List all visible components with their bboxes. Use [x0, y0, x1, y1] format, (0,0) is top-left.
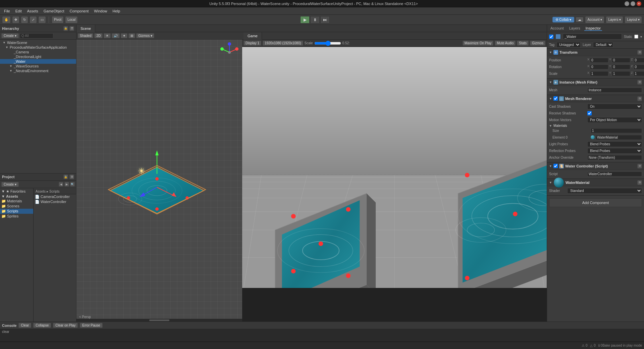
static-arrow[interactable]: ▾	[640, 35, 642, 39]
tab-scene[interactable]: Scene	[76, 25, 95, 32]
water-material-settings-btn[interactable]: ⚙	[637, 180, 642, 185]
rotate-tool-button[interactable]: ↻	[21, 16, 28, 23]
project-search-button[interactable]: 🔍	[70, 182, 75, 187]
minimize-button[interactable]: ─	[625, 1, 629, 6]
play-button[interactable]: ▶	[300, 16, 310, 23]
water-controller-settings-btn[interactable]: ⚙	[637, 164, 642, 168]
position-z-input[interactable]	[634, 58, 644, 63]
project-assets-root[interactable]: ▼ Assets	[0, 194, 33, 199]
tree-item-application[interactable]: ▼ ProcedualWaterSurfaceApplication	[0, 45, 76, 50]
project-script-camera[interactable]: 📄 CameraController	[34, 194, 76, 199]
object-enabled-checkbox[interactable]	[549, 35, 553, 39]
layer-select[interactable]: Default	[593, 42, 613, 48]
pause-button[interactable]: ⏸	[310, 16, 320, 23]
mute-audio-btn[interactable]: Mute Audio	[495, 41, 516, 46]
menu-gameobject[interactable]: GameObject	[41, 8, 67, 14]
hierarchy-search-input[interactable]	[20, 33, 53, 39]
anchor-override-input[interactable]	[587, 155, 642, 160]
tab-game[interactable]: Game	[244, 32, 262, 40]
reflection-probes-select[interactable]: Blend Probes Off Blend Probes and Skybox…	[587, 148, 642, 154]
console-error-pause-btn[interactable]: Error Pause	[80, 323, 102, 328]
materials-size-input[interactable]	[591, 128, 642, 133]
game-resolution-btn[interactable]: 1920x1080 (1920x1080)	[263, 41, 303, 46]
scale-tool-button[interactable]: ⤢	[30, 16, 37, 23]
project-script-water[interactable]: 📄 WaterController	[34, 199, 76, 204]
light-probes-select[interactable]: Blend Probes Off Use Proxy Volume Custom…	[587, 141, 642, 147]
shader-select[interactable]: Standard Unlit/Color Particles/Additive	[567, 188, 642, 194]
water-controller-header[interactable]: ▼ 📜 Water Controller (Script) ⚙	[547, 162, 644, 170]
collab-button[interactable]: ⚙ Collab ▾	[552, 17, 575, 22]
game-display-btn[interactable]: Display 1	[244, 41, 261, 46]
hierarchy-lock-button[interactable]: 🔒	[63, 26, 68, 31]
layout-button[interactable]: Layout ▾	[625, 16, 642, 23]
project-folder-sprites[interactable]: 📁 Sprites	[0, 214, 33, 219]
project-back-button[interactable]: ◀	[59, 182, 63, 187]
water-material-header[interactable]: ▼ WaterMaterial ⚙	[547, 179, 644, 186]
tree-item-waterscene[interactable]: ▼ WaterScene	[0, 40, 76, 45]
tree-item-water[interactable]: _Water	[0, 59, 76, 64]
project-lock-button[interactable]: 🔒	[63, 174, 68, 179]
object-color-swatch[interactable]	[555, 34, 561, 39]
menu-file[interactable]: File	[1, 8, 13, 14]
tree-item-dirlight[interactable]: _DirectionalLight	[0, 54, 76, 59]
tab-layers[interactable]: Layers	[568, 26, 582, 31]
position-x-input[interactable]	[590, 58, 608, 63]
project-folder-scenes[interactable]: 📁 Scenes	[0, 204, 33, 209]
close-button[interactable]: ✕	[637, 1, 641, 6]
scene-light-btn[interactable]: ☀	[104, 33, 111, 38]
rotation-x-input[interactable]	[590, 64, 608, 69]
rotation-y-input[interactable]	[612, 64, 630, 69]
mesh-renderer-header[interactable]: ▼ ◫ Mesh Renderer ⚙	[547, 95, 644, 102]
scene-scrollbar-h[interactable]	[76, 319, 242, 321]
scale-z-input[interactable]	[634, 71, 644, 76]
project-create-button[interactable]: Create ▾	[1, 182, 19, 187]
tree-item-neutral[interactable]: ▼ _NeutralEnvironment	[0, 68, 76, 73]
move-tool-button[interactable]: ✥	[12, 16, 19, 23]
game-gizmos-btn[interactable]: Gizmos	[530, 41, 545, 46]
console-clear-btn[interactable]: Clear	[18, 323, 31, 328]
scene-shaded-btn[interactable]: Shaded	[78, 33, 93, 38]
tree-item-wavesources[interactable]: ▼ _WaveSources	[0, 64, 76, 68]
scene-fx-btn[interactable]: ✦	[121, 33, 127, 38]
object-name-input[interactable]	[563, 34, 622, 40]
tree-item-camera[interactable]: _Camera	[0, 50, 76, 54]
game-scale-slider[interactable]	[314, 41, 341, 46]
step-button[interactable]: ⏭	[320, 16, 330, 23]
maximize-button[interactable]: □	[631, 1, 635, 6]
tab-inspector[interactable]: Inspector	[584, 26, 602, 31]
console-collapse-btn[interactable]: Collapse	[33, 323, 51, 328]
tag-select[interactable]: Untagged	[556, 42, 581, 48]
menu-assets[interactable]: Assets	[24, 8, 41, 14]
layers-button[interactable]: Layers ▾	[606, 16, 623, 23]
static-checkbox[interactable]	[634, 35, 638, 39]
mesh-filter-settings-btn[interactable]: ⚙	[637, 80, 642, 85]
scale-y-input[interactable]	[612, 71, 630, 76]
scene-canvas[interactable]: ☀	[76, 40, 242, 321]
cast-shadows-select[interactable]: On Off Two Sided Shadows Only	[587, 104, 642, 109]
mesh-renderer-settings-btn[interactable]: ⚙	[637, 96, 642, 101]
script-value-input[interactable]	[587, 171, 642, 177]
element0-input[interactable]	[596, 135, 642, 140]
pivot-button[interactable]: Pivot	[52, 16, 64, 23]
scene-2d-btn[interactable]: 2D	[94, 33, 103, 38]
mesh-value-input[interactable]	[587, 88, 642, 93]
materials-foldout-header[interactable]: ▼ Materials	[549, 124, 642, 128]
project-folder-scripts[interactable]: 📁 Scripts	[0, 209, 33, 214]
menu-component[interactable]: Component	[67, 8, 91, 14]
add-component-button[interactable]: Add Component	[549, 198, 642, 207]
menu-edit[interactable]: Edit	[13, 8, 24, 14]
water-controller-enabled-checkbox[interactable]	[553, 164, 558, 168]
local-button[interactable]: Local	[65, 16, 78, 23]
receive-shadows-checkbox[interactable]	[587, 111, 592, 115]
scene-gizmos-btn[interactable]: Gizmos ▾	[136, 33, 154, 38]
tab-account[interactable]: Account	[549, 26, 565, 31]
position-y-input[interactable]	[612, 58, 630, 63]
scene-grid-btn[interactable]: ⊞	[128, 33, 135, 38]
scene-audio-btn[interactable]: 🔊	[112, 33, 120, 38]
menu-window[interactable]: Window	[91, 8, 110, 14]
scene-scrollbar-thumb[interactable]	[149, 319, 169, 321]
hierarchy-menu-button[interactable]: ☰	[69, 26, 74, 31]
maximize-on-play-btn[interactable]: Maximize On Play	[463, 41, 494, 46]
transform-header[interactable]: ▼ ⊕ Transform ⚙	[547, 49, 644, 56]
hand-tool-button[interactable]: ✋	[2, 16, 11, 23]
